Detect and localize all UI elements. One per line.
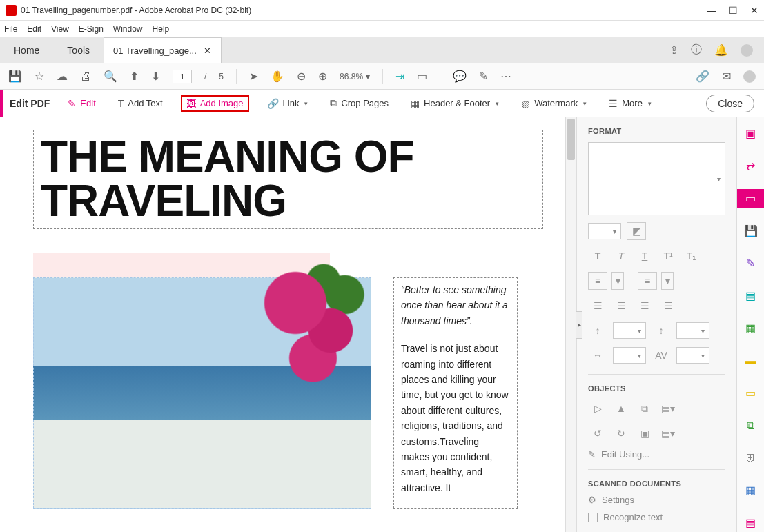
bell-icon[interactable]: 🔔 [714,43,728,57]
align-left-icon[interactable]: ☰ [588,297,607,315]
headline-box[interactable]: THE MEANING OF TRAVELING [33,130,543,229]
flip-vertical-icon[interactable]: ▷ [588,400,607,417]
tab-close-icon[interactable]: ✕ [204,46,211,56]
edit-button[interactable]: ✎Edit [63,95,99,112]
link-tool-icon[interactable]: 🔗 [696,70,709,83]
vertical-scrollbar[interactable] [565,117,576,532]
page-down-icon[interactable]: ⬇ [151,70,160,83]
crop-pages-button[interactable]: ⧉Crop Pages [326,95,393,112]
number-list-icon[interactable]: ≡ [638,272,657,290]
settings-row[interactable]: ⚙ Settings [588,495,725,505]
collapse-panel-handle[interactable]: ▸ [576,311,582,339]
bullet-list-caret[interactable]: ▾ [611,272,624,290]
rail-organize-icon[interactable]: ▤ [737,286,765,305]
cloud-icon[interactable]: ☁ [57,70,68,83]
recognize-checkbox[interactable] [588,513,598,522]
account-avatar[interactable] [741,44,753,57]
rotate-cw-icon[interactable]: ↻ [611,424,631,442]
align-right-icon[interactable]: ☰ [635,297,654,315]
align-center-icon[interactable]: ☰ [611,297,631,315]
fit-width-icon[interactable]: ⇥ [395,70,404,83]
page-number-input[interactable] [173,70,192,83]
share-avatar[interactable] [743,70,756,83]
font-family-dropdown[interactable]: ▾ [588,142,725,215]
horizontal-scale-dropdown[interactable]: ▾ [613,347,646,364]
rail-more-icon[interactable]: ▤ [737,513,765,532]
paragraph-spacing-dropdown[interactable]: ▾ [676,322,709,339]
comment-icon[interactable]: 💬 [453,70,467,83]
menu-file[interactable]: File [4,24,17,34]
body-text-box[interactable]: “Better to see something once than hear … [393,277,518,509]
color-picker[interactable]: ◩ [627,222,646,240]
font-size-dropdown[interactable]: ▾ [588,223,621,239]
rail-combine-icon[interactable]: ⇄ [737,157,765,175]
underline-icon[interactable]: T [635,247,654,265]
minimize-button[interactable]: — [707,5,716,16]
more-icon[interactable]: ⋯ [500,70,511,83]
menu-window[interactable]: Window [113,24,143,34]
rail-sign-icon[interactable]: ✎ [737,254,765,273]
bullet-list-icon[interactable]: ≡ [588,272,607,290]
watermark-button[interactable]: ▧Watermark▾ [517,95,591,112]
help-icon[interactable]: ⓘ [691,43,702,57]
char-spacing-icon[interactable]: AV [652,346,671,364]
search-icon[interactable]: 🔍 [104,70,117,83]
arrange-icon[interactable]: ▤▾ [658,400,678,417]
hand-icon[interactable]: ✋ [271,70,284,83]
crop-object-icon[interactable]: ⧉ [635,400,654,417]
print-icon[interactable]: 🖨 [80,70,91,83]
menu-help[interactable]: Help [153,24,170,34]
menu-view[interactable]: View [51,24,69,34]
highlight-icon[interactable]: ✎ [479,70,488,83]
page-up-icon[interactable]: ⬆ [130,70,139,83]
menu-esign[interactable]: E-Sign [79,24,104,34]
subscript-icon[interactable]: T₁ [682,247,701,265]
share-icon[interactable]: ⇪ [669,43,678,57]
document-area[interactable]: THE MEANING OF TRAVELING “Better to see … [0,117,576,532]
close-editbar-button[interactable]: Close [706,95,754,112]
email-icon[interactable]: ✉ [722,70,731,83]
bold-icon[interactable]: T [588,247,607,265]
zoom-in-icon[interactable]: ⊕ [318,70,327,83]
document-image[interactable] [33,277,371,509]
link-button[interactable]: 🔗Link▾ [263,95,313,112]
rail-edit-pdf-icon[interactable]: ▭ [737,189,765,208]
char-spacing-dropdown[interactable]: ▾ [676,347,709,364]
pointer-icon[interactable]: ➤ [249,70,258,83]
align-justify-icon[interactable]: ☰ [658,297,678,315]
rail-media-icon[interactable]: ▦ [737,481,765,500]
replace-image-icon[interactable]: ▣ [635,424,654,442]
maximize-button[interactable]: ☐ [729,5,738,16]
superscript-icon[interactable]: T¹ [658,247,678,265]
close-window-button[interactable]: ✕ [750,5,758,16]
zoom-out-icon[interactable]: ⊖ [297,70,306,83]
edit-using-row[interactable]: ✎ Edit Using... [588,449,725,460]
header-footer-button[interactable]: ▦Header & Footer▾ [407,95,503,112]
page-display-icon[interactable]: ▭ [417,70,427,83]
save-icon[interactable]: 💾 [8,70,22,83]
scrollbar-thumb[interactable] [567,119,575,160]
rotate-ccw-icon[interactable]: ↺ [588,424,607,442]
tab-document[interactable]: 01 Travelling_page... ✕ [104,37,222,63]
tab-tools[interactable]: Tools [53,45,104,56]
rail-comment-icon[interactable]: ▬ [737,351,765,370]
align-objects-icon[interactable]: ▤▾ [658,424,678,442]
more-button[interactable]: ☰More▾ [605,95,656,112]
number-list-caret[interactable]: ▾ [661,272,674,290]
line-spacing-dropdown[interactable]: ▾ [613,322,646,339]
rail-scan-icon[interactable]: ▦ [737,319,765,337]
paragraph-spacing-icon[interactable]: ↕ [652,322,671,339]
rail-export-icon[interactable]: 💾 [737,221,765,240]
add-text-button[interactable]: TAdd Text [114,95,167,112]
rail-create-pdf-icon[interactable]: ▣ [737,124,765,143]
recognize-text-row[interactable]: Recognize text [588,512,725,522]
rail-compress-icon[interactable]: ⧉ [737,416,765,435]
tab-home[interactable]: Home [0,45,53,56]
horizontal-scale-icon[interactable]: ↔ [588,346,607,364]
rail-protect-icon[interactable]: ⛨ [737,449,765,467]
zoom-dropdown[interactable]: 86.8%▾ [340,72,370,81]
italic-icon[interactable]: T [611,247,631,265]
line-spacing-icon[interactable]: ↕ [588,322,607,339]
star-icon[interactable]: ☆ [35,70,44,83]
flip-horizontal-icon[interactable]: ▲ [611,400,631,417]
